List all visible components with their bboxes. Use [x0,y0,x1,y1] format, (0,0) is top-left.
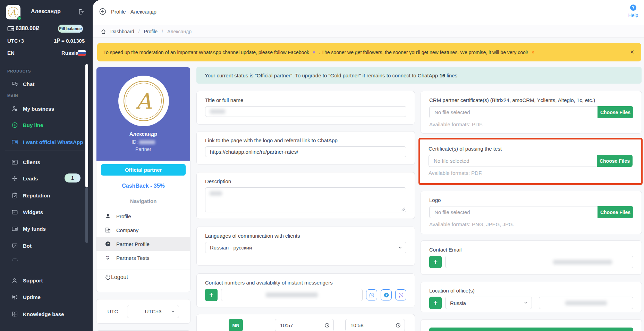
monday-button[interactable]: MN [229,319,243,331]
city-input[interactable] [539,297,633,309]
schedule-card: MN 10:57 10:58 [196,314,415,331]
add-phone-button[interactable]: + [205,289,218,301]
support-icon [11,277,18,284]
telegram-button[interactable] [381,289,392,300]
user-icon [105,213,111,220]
contact-email-label: Contact Email [429,247,633,253]
crm-certificate-label: CRM partner certificate(s) (Bitrix24, am… [429,97,633,103]
plus-circle-icon [11,122,18,128]
sidebar-item-support[interactable]: Support [0,276,87,285]
sidebar-item-widgets[interactable]: Widgets [0,207,87,217]
crm-certificate-card: CRM partner certificate(s) (Bitrix24, am… [421,91,642,134]
description-textarea[interactable] [205,187,406,212]
sidebar-item-my-funds[interactable]: My funds [0,224,87,233]
tests-icon: ABC [105,255,111,261]
blurred-value [210,191,222,196]
fill-balance-button[interactable]: Fill balance [58,25,83,33]
add-email-button[interactable]: + [429,256,442,268]
scrollbar-thumb[interactable] [85,64,88,187]
viber-button[interactable] [395,289,406,300]
logout-label: Logout [111,274,128,280]
phone-input[interactable] [221,289,363,301]
logo-choose-files-button[interactable]: Choose Files [598,206,633,218]
save-button[interactable] [429,328,633,331]
test-choose-files-button[interactable]: Choose Files [597,155,633,167]
close-icon[interactable]: ✕ [630,49,634,55]
raised-hands-icon [312,50,316,55]
sidebar-item-buy-line[interactable]: Buy line [0,120,87,129]
breadcrumb-profile[interactable]: Profile [144,29,158,34]
company-icon [105,227,111,234]
timezone-value: UTC+3 [7,38,24,44]
title-label: Title or full name [205,97,406,103]
sidebar-item-chat[interactable]: Chat [0,79,87,88]
nav-item-company[interactable]: Company [96,223,190,237]
logo-file-input[interactable]: No file selected [429,206,598,218]
sidebar-item-official-whatsapp[interactable]: I want official WhatsApp [0,137,87,146]
nav-item-partner-profile[interactable]: ? Partner Profile [96,237,190,251]
contacts-card: Contact numbers and availability of inst… [196,273,415,307]
sidebar-divider [5,151,84,151]
official-partner-button[interactable]: Official partner [101,164,186,176]
logout-icon[interactable] [78,8,85,15]
breadcrumb-current: Александр [167,29,192,34]
avatar-monogram: A [136,88,152,114]
crm-file-input[interactable]: No file selected [429,106,598,118]
profile-nav: Profile Company ? Partner Profile ABC Pa… [96,209,190,265]
resize-handle-icon[interactable] [401,207,405,211]
knowledge-base-icon [11,311,18,317]
sidebar-user-name: Александр [31,8,61,15]
cashback-link[interactable]: CashBack - 35% [96,183,190,189]
nav-item-profile[interactable]: Profile [96,209,190,223]
location-label: Location of office(s) [429,288,633,294]
test-file-input[interactable]: No file selected [429,155,597,167]
question-circle-icon: ? [105,241,111,247]
sidebar-item-clients[interactable]: Clients [0,158,87,167]
uptime-icon [11,294,18,300]
email-input[interactable] [445,256,633,268]
crm-choose-files-button[interactable]: Choose Files [598,106,633,118]
back-icon[interactable] [99,8,107,15]
link-label: Link to the page with the logo and refer… [205,137,406,143]
avatar[interactable]: A [6,5,20,19]
location-card: Location of office(s) + Russia [421,282,642,312]
utc-select[interactable]: UTC+3 [127,305,179,318]
add-location-button[interactable]: + [429,297,442,309]
blurred-value [565,301,607,305]
banner-text: To speed up the moderation of an importa… [103,50,309,55]
reputation-icon [11,192,18,199]
breadcrumb-dashboard[interactable]: Dashboard [110,29,134,34]
page-title: Profile - Александр [111,9,156,15]
chevron-down-icon [171,309,175,314]
time-to-input[interactable]: 10:58 [345,319,405,331]
language-switcher[interactable]: EN [7,50,15,56]
test-formats-hint: Available formats: PDF. [429,170,633,176]
online-status-dot [17,16,22,20]
whatsapp-button[interactable] [366,289,377,300]
sidebar-item-my-business[interactable]: My business [0,104,87,113]
lines-count: 16 [439,73,445,78]
title-input[interactable] [205,106,406,117]
logo-monogram: A [8,7,18,17]
time-from-input[interactable]: 10:57 [275,319,334,331]
sidebar-item-bot[interactable]: Bot [0,241,87,250]
my-business-icon [11,105,18,112]
help-button[interactable]: ? Help [625,4,641,18]
nav-item-logout[interactable]: Logout [96,270,190,284]
languages-select[interactable]: Russian - русский [205,242,406,253]
sidebar-item-uptime[interactable]: Uptime [0,292,87,302]
clients-icon [11,159,18,166]
link-input[interactable]: https://chatapp.online/ru/partner-rates/ [205,146,406,157]
scrollbar-thumb-secondary[interactable] [85,187,88,243]
clock-icon [324,323,330,328]
nav-item-partners-tests[interactable]: ABC Partners Tests [96,251,190,265]
sidebar-item-reputation[interactable]: Reputation [0,191,87,200]
profile-avatar[interactable]: A [118,76,169,126]
russia-flag-icon[interactable] [78,50,86,56]
sidebar-item-knowledge-base[interactable]: Knowledge base [0,309,87,319]
country-label: Russia [61,50,78,56]
my-funds-icon [11,226,18,232]
home-icon[interactable] [101,29,106,34]
country-select[interactable]: Russia [445,297,532,309]
utc-card: UTC UTC+3 [96,299,190,324]
